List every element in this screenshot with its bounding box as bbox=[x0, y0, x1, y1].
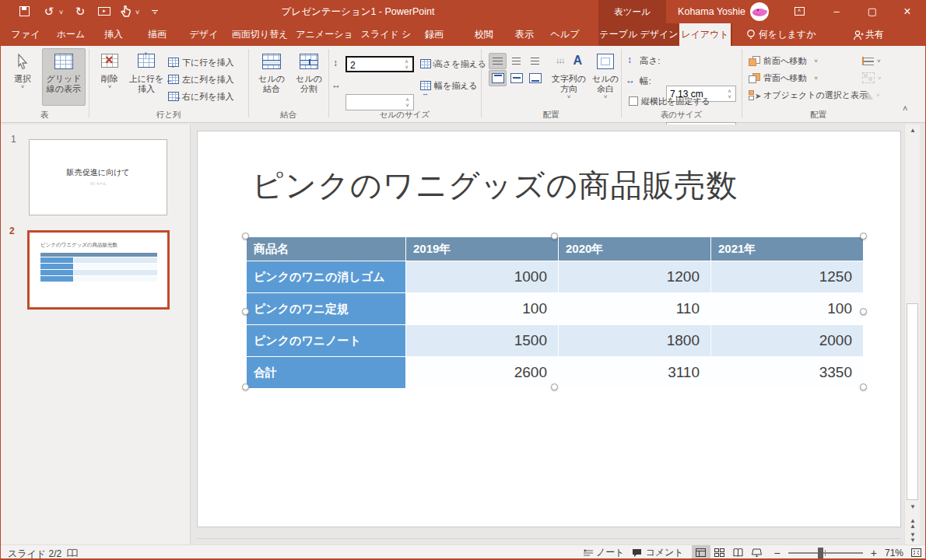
distribute-rows-button[interactable]: ↕ 高さを揃える bbox=[420, 56, 486, 72]
selection-handle[interactable] bbox=[242, 383, 249, 390]
tab-animations[interactable]: アニメーション bbox=[296, 23, 353, 46]
zoom-out-button[interactable]: − bbox=[774, 547, 780, 559]
align-middle-toggle[interactable] bbox=[507, 70, 525, 86]
slide-sorter-view-button[interactable] bbox=[710, 545, 729, 560]
table-value-cell[interactable]: 3110 bbox=[559, 357, 711, 389]
lock-aspect-ratio-checkbox[interactable]: 縦横比を固定する bbox=[629, 93, 710, 109]
group-objects-button[interactable]: ˅ bbox=[862, 70, 882, 86]
align-objects-button[interactable]: ˅ bbox=[862, 53, 881, 68]
spinner-up-icon[interactable]: ˄ bbox=[728, 89, 731, 94]
undo-dropdown-caret-icon[interactable]: ˅ bbox=[59, 9, 63, 16]
normal-view-button[interactable] bbox=[692, 545, 710, 560]
delete-button[interactable]: × 削除 ˅ bbox=[93, 48, 126, 106]
merge-cells-button[interactable]: セルの結合 bbox=[254, 48, 289, 106]
table-row-label-cell[interactable]: 合計 bbox=[247, 357, 406, 389]
table-header-cell[interactable]: 商品名 bbox=[247, 237, 406, 261]
column-width-field[interactable]: ˄˅ bbox=[345, 94, 414, 110]
table-value-cell[interactable]: 2000 bbox=[711, 325, 864, 357]
undo-button[interactable]: ↺ bbox=[42, 5, 56, 19]
table-value-cell[interactable]: 100 bbox=[711, 293, 864, 325]
bring-forward-button[interactable]: 前面へ移動 ˅ bbox=[749, 53, 818, 68]
previous-slide-button[interactable]: ▲▲ bbox=[906, 516, 920, 529]
tab-record[interactable]: 録画 bbox=[420, 23, 448, 46]
table-value-cell[interactable]: 1500 bbox=[406, 325, 559, 357]
table-header-cell[interactable]: 2020年 bbox=[559, 237, 711, 261]
reading-view-button[interactable] bbox=[729, 545, 748, 560]
table-row-label-cell[interactable]: ピンクのワニ定規 bbox=[247, 293, 406, 325]
table-row[interactable]: ピンクのワニの消しゴム 1000 1200 1250 bbox=[247, 261, 864, 293]
rotate-objects-button[interactable]: ˅ bbox=[862, 87, 880, 103]
accessibility-check-icon[interactable] bbox=[67, 548, 78, 558]
show-gridlines-toggle[interactable]: グリッド線の表示 bbox=[42, 48, 86, 106]
text-direction-button[interactable]: ↓↓↓ A 文字列の方向 ˅ bbox=[548, 48, 590, 106]
table-value-cell[interactable]: 1000 bbox=[406, 261, 559, 293]
align-right-toggle[interactable] bbox=[526, 53, 544, 69]
tell-me-box[interactable]: 何をしますか bbox=[759, 23, 821, 46]
customize-qat-button[interactable]: ˅ bbox=[149, 5, 160, 19]
tab-transitions[interactable]: 画面切り替え bbox=[229, 23, 291, 46]
table-value-cell[interactable]: 2600 bbox=[406, 357, 559, 389]
row-height-input[interactable] bbox=[347, 59, 403, 72]
spinner-up-icon[interactable]: ˄ bbox=[405, 59, 408, 65]
slide-2-thumbnail[interactable]: ピンクのワニグッズの商品販売数 bbox=[27, 230, 170, 310]
tell-me-lightbulb-icon[interactable] bbox=[745, 29, 756, 40]
selection-handle[interactable] bbox=[860, 308, 867, 315]
table-value-cell[interactable]: 3350 bbox=[711, 357, 864, 389]
slide-title[interactable]: ピンクのワニグッズの商品販売数 bbox=[252, 164, 867, 207]
table-header-cell[interactable]: 2021年 bbox=[711, 237, 864, 261]
tab-table-design[interactable]: テーブル デザイン bbox=[598, 23, 679, 46]
table-height-spinner[interactable]: ˄˅ bbox=[724, 86, 735, 101]
slideshow-view-button[interactable] bbox=[748, 545, 766, 560]
slide-2-editing-surface[interactable]: ピンクのワニグッズの商品販売数 商品名 2019年 2020年 2021年 ピン… bbox=[197, 131, 901, 527]
table-row[interactable]: ピンクのワニノート 1500 1800 2000 bbox=[247, 325, 864, 357]
spinner-down-icon[interactable]: ˅ bbox=[728, 94, 731, 100]
selection-pane-button[interactable]: ➤ オブジェクトの選択と表示 bbox=[749, 87, 868, 103]
maximize-button[interactable]: ▢ bbox=[861, 0, 884, 23]
distribute-columns-button[interactable]: ↔ 幅を揃える bbox=[420, 78, 478, 93]
tab-design[interactable]: デザイン bbox=[185, 23, 223, 46]
tab-review[interactable]: 校閲 bbox=[470, 23, 498, 46]
tab-file[interactable]: ファイル bbox=[8, 23, 44, 46]
insert-rows-above-button[interactable]: ↑ 上に行を挿入 bbox=[128, 48, 165, 106]
tab-view[interactable]: 表示 bbox=[510, 23, 538, 46]
insert-rows-below-button[interactable]: ↓ 下に行を挿入 bbox=[168, 54, 234, 70]
insert-columns-right-button[interactable]: → 右に列を挿入 bbox=[168, 89, 234, 104]
vertical-scrollbar[interactable]: ▲ ▼ ▲▲ ▼▼ bbox=[904, 124, 920, 544]
user-avatar[interactable] bbox=[750, 2, 769, 21]
align-top-toggle[interactable] bbox=[489, 70, 507, 86]
share-button[interactable]: 共有 bbox=[865, 23, 896, 46]
cell-margins-button[interactable]: セルの余白 ˅ bbox=[589, 48, 622, 106]
tab-draw[interactable]: 描画 bbox=[143, 23, 171, 46]
touch-mode-caret-icon[interactable]: ˅ bbox=[135, 9, 139, 16]
selection-handle[interactable] bbox=[242, 233, 249, 240]
selection-handle[interactable] bbox=[860, 383, 867, 390]
selection-handle[interactable] bbox=[242, 308, 249, 315]
zoom-slider-thumb[interactable] bbox=[818, 548, 823, 558]
table-value-cell[interactable]: 1800 bbox=[559, 325, 711, 357]
table-value-cell[interactable]: 1250 bbox=[711, 261, 864, 293]
row-height-field[interactable]: ˄˅ bbox=[345, 56, 414, 72]
share-person-icon[interactable] bbox=[853, 30, 864, 40]
table-header-row[interactable]: 商品名 2019年 2020年 2021年 bbox=[247, 237, 864, 261]
scroll-up-button[interactable]: ▲ bbox=[906, 124, 920, 137]
tab-insert[interactable]: 挿入 bbox=[100, 23, 128, 46]
checkbox-icon[interactable] bbox=[629, 96, 638, 106]
selection-handle[interactable] bbox=[551, 383, 558, 390]
next-slide-button[interactable]: ▼▼ bbox=[906, 530, 920, 543]
scrollbar-thumb[interactable] bbox=[907, 303, 918, 500]
start-slideshow-button[interactable]: ▸ bbox=[96, 5, 112, 19]
table-row-label-cell[interactable]: ピンクのワニノート bbox=[247, 325, 406, 357]
tab-home[interactable]: ホーム bbox=[54, 23, 87, 46]
insert-columns-left-button[interactable]: ← 左に列を挿入 bbox=[168, 72, 234, 87]
zoom-slider[interactable] bbox=[788, 552, 863, 554]
selection-handle[interactable] bbox=[551, 233, 558, 240]
slide-1-thumbnail[interactable]: 販売促進に向けて おにちゃん bbox=[29, 139, 167, 215]
user-name[interactable]: Kohama Yoshie bbox=[668, 0, 745, 23]
table-row-label-cell[interactable]: ピンクのワニの消しゴム bbox=[247, 261, 406, 293]
notes-button[interactable]: ノート bbox=[584, 546, 625, 559]
ribbon-display-options-button[interactable]: ˄ bbox=[787, 0, 811, 23]
align-bottom-toggle[interactable] bbox=[526, 70, 544, 86]
column-width-input[interactable] bbox=[346, 96, 404, 110]
touch-mouse-mode-button[interactable] bbox=[118, 5, 132, 19]
spinner-down-icon[interactable]: ˅ bbox=[405, 103, 409, 108]
